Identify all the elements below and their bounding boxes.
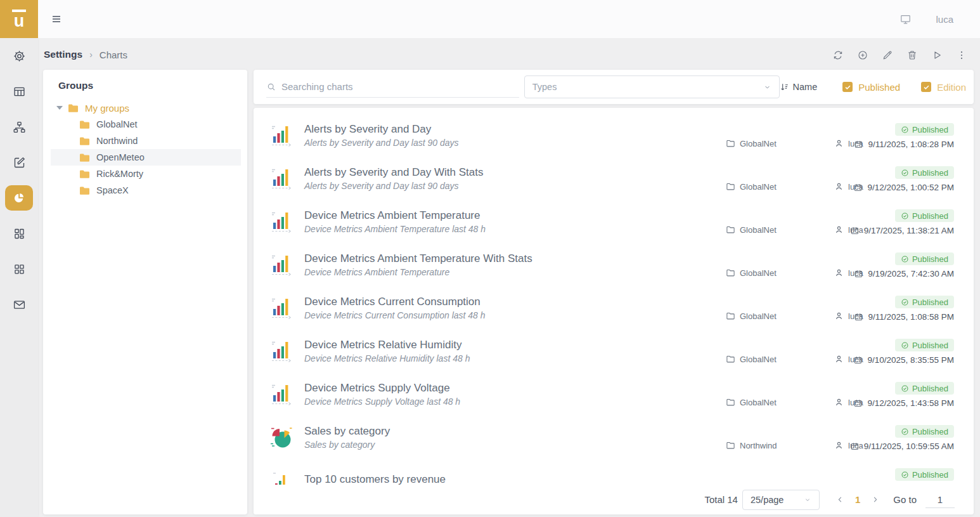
sort-label: Name (793, 82, 818, 92)
chart-updated-label: 9/19/2025, 7:42:30 AM (868, 269, 954, 278)
user-menu[interactable]: luca (936, 14, 953, 25)
charts-list: Alerts by Severity and Day Alerts by Sev… (254, 108, 974, 502)
sidebar-item-mail[interactable] (0, 287, 38, 322)
tree-root-my-groups[interactable]: My groups (43, 100, 247, 116)
page-size-select[interactable]: 25/page (742, 490, 820, 510)
sidebar-item-settings[interactable] (0, 38, 38, 74)
chart-type-icon (269, 381, 294, 407)
goto-page-input[interactable] (925, 491, 955, 508)
chart-list-item[interactable]: Sales by category Sales by category Nort… (254, 416, 974, 459)
chart-group-label: GlobalNet (740, 311, 777, 321)
chart-updated: 9/11/2025, 1:08:58 PM (854, 311, 954, 322)
chart-name: Device Metrics Current Consumption (304, 295, 486, 308)
filter-bar: Types Name Published Edition (254, 70, 974, 104)
refresh-button[interactable] (832, 49, 844, 61)
published-filter[interactable]: Published (842, 82, 900, 93)
tree-item-group[interactable]: GlobalNet (51, 116, 241, 133)
chart-group: GlobalNet (726, 268, 777, 278)
chart-list-item[interactable]: Device Metrics Ambient Temperature With … (254, 243, 974, 286)
bar-chart-icon (269, 122, 294, 148)
add-button[interactable] (857, 49, 868, 61)
check-circle-icon (901, 212, 909, 220)
delete-button[interactable] (906, 49, 918, 61)
goto-label: Go to (893, 494, 917, 505)
tree-item-group[interactable]: OpenMeteo (51, 149, 241, 166)
chart-list-item[interactable]: Alerts by Severity and Day With Stats Al… (254, 157, 974, 200)
published-checkbox[interactable] (842, 82, 853, 92)
chart-updated-label: 9/12/2025, 1:43:58 PM (867, 398, 954, 408)
logo-letter: u (14, 14, 25, 28)
calendar-icon (853, 398, 863, 408)
chevron-down-icon (804, 496, 811, 504)
sidebar-item-editor[interactable] (0, 145, 38, 180)
status-badge-label: Published (912, 254, 948, 264)
status-badge-label: Published (912, 298, 948, 307)
sidebar-item-hierarchy[interactable] (0, 109, 38, 145)
chart-group: Northwind (726, 441, 777, 450)
edit-button[interactable] (882, 49, 893, 61)
chart-description: Device Metrics Supply Voltage last 48 h (304, 396, 460, 407)
hamburger-menu-icon[interactable] (51, 13, 62, 25)
tree-item-group[interactable]: Northwind (51, 133, 241, 149)
chart-updated-label: 9/17/2025, 11:38:21 AM (864, 226, 954, 235)
chart-updated-label: 9/11/2025, 1:08:58 PM (868, 312, 954, 322)
charts-list-panel: Alerts by Severity and Day Alerts by Sev… (254, 108, 974, 514)
chart-list-item[interactable]: Device Metrics Ambient Temperature Devic… (254, 200, 974, 243)
groups-panel-title: Groups (43, 70, 247, 91)
status-badge-label: Published (912, 427, 948, 436)
chart-group-label: GlobalNet (740, 268, 777, 278)
chart-list-item[interactable]: Device Metrics Current Consumption Devic… (254, 286, 974, 329)
chart-description: Alerts by Severity and Day last 90 days (304, 181, 484, 191)
folder-icon (67, 102, 79, 114)
current-page[interactable]: 1 (855, 494, 860, 505)
monitor-icon[interactable] (899, 13, 912, 25)
sidebar-item-apps[interactable] (0, 251, 38, 287)
search-input[interactable] (281, 81, 519, 92)
status-badge-label: Published (912, 125, 948, 134)
tree-item-group[interactable]: Rick&Morty (51, 166, 241, 182)
search-box (266, 76, 519, 98)
edition-filter[interactable]: Edition (921, 82, 966, 93)
types-select[interactable]: Types (524, 75, 780, 98)
tree-item-label: SpaceX (96, 185, 129, 195)
chart-list-item[interactable]: Device Metrics Supply Voltage Device Met… (254, 372, 974, 416)
person-icon (834, 225, 844, 235)
status-badge: Published (895, 209, 954, 222)
folder-icon (79, 119, 91, 131)
sidebar-item-tables[interactable] (0, 74, 38, 109)
app-logo[interactable]: u (0, 0, 38, 38)
top-header: luca (38, 0, 980, 38)
caret-down-icon[interactable] (56, 106, 63, 110)
edition-checkbox[interactable] (921, 82, 931, 92)
chart-group: GlobalNet (726, 225, 777, 235)
more-button[interactable] (956, 49, 967, 61)
person-icon (834, 441, 844, 450)
sort-by-name[interactable]: Name (780, 82, 818, 92)
chart-updated: 9/12/2025, 1:00:52 PM (853, 181, 954, 193)
gear-icon (13, 49, 26, 63)
calendar-icon (853, 355, 863, 365)
chart-name: Sales by category (304, 424, 390, 438)
sidebar-item-charts[interactable] (0, 180, 38, 216)
run-button[interactable] (931, 49, 943, 61)
breadcrumb-settings[interactable]: Settings (44, 49, 82, 60)
chart-group: GlobalNet (726, 139, 777, 148)
sidebar-item-dashboards[interactable] (0, 216, 38, 251)
tree-item-group[interactable]: SpaceX (51, 182, 241, 199)
sidebar-rail (0, 38, 38, 517)
person-icon (834, 311, 844, 321)
next-page-button[interactable] (871, 495, 879, 504)
status-badge-label: Published (912, 470, 948, 480)
chart-name: Device Metrics Ambient Temperature With … (304, 252, 532, 265)
chart-list-item[interactable]: Alerts by Severity and Day Alerts by Sev… (254, 114, 974, 157)
chart-updated: 9/17/2025, 11:38:21 AM (850, 225, 954, 236)
pagination-bar: Total 14 25/page 1 Go to (254, 485, 974, 514)
prev-page-button[interactable] (836, 495, 844, 504)
chart-group-label: GlobalNet (740, 355, 777, 364)
chart-group-label: GlobalNet (740, 225, 777, 235)
chart-list-item[interactable]: Device Metrics Relative Humidity Device … (254, 329, 974, 372)
types-select-value: Types (532, 82, 557, 92)
chart-type-icon (269, 122, 294, 148)
bar-chart-icon (269, 166, 294, 191)
breadcrumb-separator-icon: › (89, 49, 93, 60)
